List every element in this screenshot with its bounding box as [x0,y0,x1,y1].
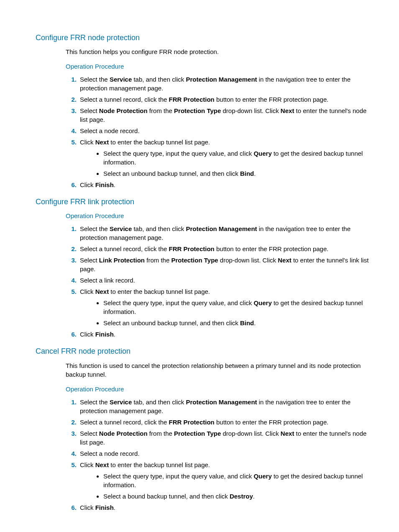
sub-bullets: Select the query type, input the query v… [95,149,370,178]
procedure-heading: Operation Procedure [66,385,370,393]
step-item: Select a link record. [78,276,370,285]
bullet-item: Select an unbound backup tunnel, and the… [103,319,370,327]
step-item: Select a node record. [78,126,370,135]
step-item: Click Next to enter the backup tunnel li… [78,460,370,501]
step-item: Select Node Protection from the Protecti… [78,106,370,124]
bullet-item: Select an unbound backup tunnel, and the… [103,169,370,178]
section-intro: This function is used to cancel the prot… [66,361,370,379]
step-item: Click Finish. [78,503,370,512]
step-item: Select a node record. [78,449,370,458]
bullet-item: Select the query type, input the query v… [103,298,370,316]
step-item: Select Node Protection from the Protecti… [78,429,370,447]
procedure-steps: Select the Service tab, and then click P… [66,75,370,189]
step-item: Click Next to enter the backup tunnel li… [78,138,370,178]
sub-bullets: Select the query type, input the query v… [95,472,370,501]
step-item: Click Next to enter the backup tunnel li… [78,287,370,327]
bullet-item: Select the query type, input the query v… [103,149,370,167]
bullet-item: Select the query type, input the query v… [103,472,370,489]
section-intro: This function helps you configure FRR no… [66,47,370,56]
section-heading: Cancel FRR node protection [36,346,370,357]
step-item: Select Link Protection from the Protecti… [78,256,370,273]
step-item: Click Finish. [78,330,370,339]
step-item: Select the Service tab, and then click P… [78,224,370,242]
procedure-steps: Select the Service tab, and then click P… [66,398,370,512]
procedure-heading: Operation Procedure [66,62,370,71]
sub-bullets: Select the query type, input the query v… [95,298,370,327]
section-heading: Configure FRR node protection [36,33,370,43]
procedure-heading: Operation Procedure [66,211,370,220]
section-heading: Configure FRR link protection [36,197,370,207]
procedure-steps: Select the Service tab, and then click P… [66,224,370,339]
page-content: Configure FRR node protectionThis functi… [36,33,370,512]
step-item: Select a tunnel record, click the FRR Pr… [78,244,370,253]
bullet-item: Select a bound backup tunnel, and then c… [103,492,370,501]
step-item: Select a tunnel record, click the FRR Pr… [78,95,370,104]
step-item: Select the Service tab, and then click P… [78,398,370,415]
step-item: Click Finish. [78,180,370,189]
step-item: Select a tunnel record, click the FRR Pr… [78,418,370,427]
step-item: Select the Service tab, and then click P… [78,75,370,93]
